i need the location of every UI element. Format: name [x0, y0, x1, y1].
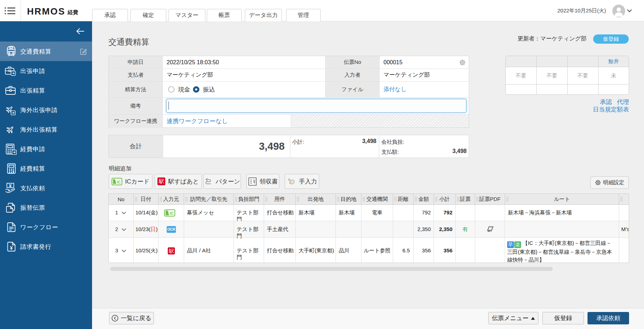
svg-text:IC: IC — [117, 180, 121, 184]
svg-text:IC: IC — [170, 211, 174, 215]
